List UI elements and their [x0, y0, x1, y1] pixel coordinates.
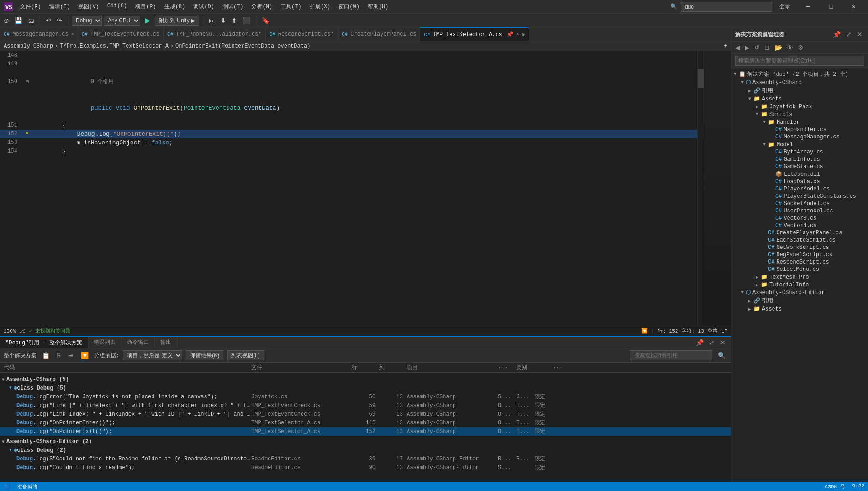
- subgroup-header-debug2[interactable]: ▼ ⊕ class Debug (2): [0, 446, 731, 454]
- panel-tab-command[interactable]: 命令窗口: [122, 337, 155, 348]
- se-back[interactable]: ◀: [733, 42, 742, 53]
- tree-joystick-pack[interactable]: ▶ 📁 Joystick Pack: [731, 103, 868, 111]
- keep-results-btn[interactable]: 保留结果(K): [186, 350, 223, 360]
- panel-float[interactable]: ⤢: [707, 339, 716, 346]
- breadcrumb-namespace[interactable]: TMPro.Examples.TMP_TextSelector_A: [60, 43, 169, 49]
- tree-playerstateconstans[interactable]: C# PlayerStateConstans.cs: [731, 193, 868, 200]
- user-login[interactable]: 登录: [779, 3, 790, 11]
- se-float[interactable]: ⤢: [844, 29, 853, 39]
- menu-edit[interactable]: 编辑(E): [46, 2, 74, 11]
- tab-tmp-textselector[interactable]: C# TMP_TextSelector_A.cs 📌 × ⚙: [420, 27, 529, 41]
- scope-nav-btn[interactable]: ➡: [66, 352, 75, 359]
- panel-tab-errors[interactable]: 错误列表: [88, 337, 122, 348]
- platform-select[interactable]: Any CPU: [104, 16, 140, 26]
- result-row-6[interactable]: Debug.Log("Couldn't find a readme"); Rea…: [0, 463, 731, 472]
- menu-view[interactable]: 视图(V): [74, 2, 103, 11]
- panel-tab-find-refs[interactable]: "Debug"引用 - 整个解决方案: [0, 337, 88, 348]
- scrollbar-thumb[interactable]: [698, 69, 704, 88]
- tree-loaddata[interactable]: C# LoadData.cs: [731, 178, 868, 185]
- tree-selectmenu[interactable]: C# SelectMenu.cs: [731, 266, 868, 273]
- find-search-btn[interactable]: 🔍: [716, 352, 727, 359]
- se-collapse[interactable]: ⊟: [762, 42, 772, 53]
- list-view-btn[interactable]: 列表视图(L): [227, 350, 264, 360]
- tree-rescenescript[interactable]: C# ResceneScript.cs: [731, 259, 868, 266]
- tree-ref1[interactable]: ▶ 🔗 引用: [731, 86, 868, 95]
- title-search-input[interactable]: [681, 2, 772, 12]
- subgroup-header-debug5[interactable]: ▼ ⊕ class Debug (5): [0, 384, 731, 392]
- tree-assembly-csharp[interactable]: ▼ ⬡ Assembly-CSharp: [731, 79, 868, 86]
- debug-config-select[interactable]: Debug: [72, 16, 102, 26]
- tree-socketmodel[interactable]: C# SocketModel.cs: [731, 200, 868, 207]
- menu-extensions[interactable]: 扩展(X): [306, 2, 334, 11]
- toolbar-saveall[interactable]: 🗂: [26, 15, 36, 26]
- se-close[interactable]: ✕: [855, 29, 864, 39]
- attach-unity-button[interactable]: 附加到 Unity ▶: [155, 16, 199, 26]
- menu-window[interactable]: 窗口(W): [335, 2, 363, 11]
- find-results[interactable]: ▼ Assembly-CSharp (5) ▼ ⊕ class Debug (5…: [0, 373, 731, 482]
- tree-eachstatescript[interactable]: C# EachStateScript.cs: [731, 237, 868, 244]
- se-refresh[interactable]: ↺: [752, 42, 762, 53]
- code-editor[interactable]: 148 149 150: [0, 51, 697, 326]
- tab-close[interactable]: ×: [71, 32, 74, 37]
- se-forward[interactable]: ▶: [743, 42, 752, 53]
- se-show-file[interactable]: 📂: [773, 42, 784, 53]
- maximize-button[interactable]: □: [820, 0, 842, 14]
- tree-createplayerpanel[interactable]: C# CreatePlayerPanel.cs: [731, 229, 868, 237]
- tab-settings-icon[interactable]: ⚙: [522, 31, 525, 38]
- menu-test[interactable]: 测试(T): [219, 2, 247, 11]
- tree-assets[interactable]: ▼ 📁 Assets: [731, 95, 868, 103]
- tree-textmesh[interactable]: ▶ 📁 TextMesh Pro: [731, 273, 868, 281]
- toolbar-step-into[interactable]: ⬇: [219, 15, 228, 26]
- filter-btn[interactable]: 🔽: [641, 328, 648, 334]
- close-button[interactable]: ✕: [843, 0, 864, 14]
- tab-tmp-textevent[interactable]: C# TMP_TextEventCheck.cs: [78, 27, 164, 41]
- tree-userprotocol[interactable]: C# UserProtocol.cs: [731, 207, 868, 215]
- menu-debug[interactable]: 调试(D): [190, 2, 218, 11]
- toolbar-redo[interactable]: ↷: [55, 15, 64, 26]
- breadcrumb-method[interactable]: OnPointerExit(PointerEventData eventData…: [175, 43, 310, 49]
- result-row-2[interactable]: Debug.Log("Link Index: " + linkIndex + "…: [0, 410, 731, 418]
- group-header-assembly-editor[interactable]: ▼ Assembly-CSharp-Editor (2): [0, 438, 731, 446]
- tab-close-active[interactable]: ×: [516, 32, 519, 37]
- tree-playermodel[interactable]: C# PlayerModel.cs: [731, 185, 868, 193]
- tree-litjson[interactable]: 📦 LitJson.dll: [731, 170, 868, 178]
- toolbar-breakpoints[interactable]: ⬛: [241, 15, 252, 26]
- menu-project[interactable]: 项目(P): [132, 2, 160, 11]
- menu-file[interactable]: 文件(F): [16, 2, 45, 11]
- menu-git[interactable]: Git(G): [104, 2, 131, 11]
- tab-createplayer[interactable]: C# CreatePlayerPanel.cs: [338, 27, 420, 41]
- panel-close[interactable]: ✕: [718, 339, 727, 346]
- se-settings[interactable]: ⚙: [796, 42, 805, 53]
- menu-help[interactable]: 帮助(H): [364, 2, 392, 11]
- tree-scripts[interactable]: ▼ 📁 Scripts: [731, 111, 868, 118]
- scope-icon-btn[interactable]: 📋: [40, 352, 52, 359]
- toolbar-undo[interactable]: ↶: [44, 15, 53, 26]
- result-row-4[interactable]: Debug.Log("OnPointerExit()"); TMP_TextSe…: [0, 427, 731, 436]
- group-by-select[interactable]: 项目，然后是 定义: [123, 350, 182, 360]
- minimize-button[interactable]: ─: [798, 0, 819, 14]
- tree-gameinfo[interactable]: C# GameInfo.cs: [731, 156, 868, 163]
- run-button[interactable]: ▶: [142, 15, 153, 26]
- se-search-input[interactable]: [735, 56, 864, 66]
- result-row-0[interactable]: DebugDebug.LogError("The Joystick is not…: [0, 392, 731, 401]
- tree-vector3[interactable]: C# Vector3.cs: [731, 215, 868, 222]
- tree-handler[interactable]: ▼ 📁 Handler: [731, 118, 868, 126]
- breadcrumb-add[interactable]: +: [724, 43, 727, 49]
- tab-tmp-phonenum[interactable]: C# TMP_PhoneNu...alidator.cs*: [164, 27, 265, 41]
- tree-messagemanager[interactable]: C# MessageManager.cs: [731, 133, 868, 141]
- menu-tools[interactable]: 工具(T): [277, 2, 305, 11]
- tree-regpanelscript[interactable]: C# RegPanelScript.cs: [731, 251, 868, 259]
- tree-maphandler[interactable]: C# MapHandler.cs: [731, 126, 868, 133]
- toolbar-save[interactable]: 💾: [13, 15, 24, 26]
- find-search-input[interactable]: [630, 350, 712, 360]
- breadcrumb-assembly[interactable]: Assembly-CSharp: [4, 43, 53, 49]
- tree-assets-editor[interactable]: ▶ 📁 Assets: [731, 305, 868, 313]
- scope-copy-btn[interactable]: ⎘: [55, 352, 63, 359]
- toolbar-new[interactable]: ⊕: [2, 15, 11, 26]
- toolbar-step-over[interactable]: ⏭: [207, 15, 217, 26]
- se-tree[interactable]: ▼ 📋 解决方案 'duo' (2 个项目，共 2 个) ▼ ⬡ Assembl…: [731, 68, 868, 482]
- menu-build[interactable]: 生成(B): [161, 2, 189, 11]
- tree-tutorialinfo[interactable]: ▶ 📁 TutorialInfo: [731, 281, 868, 289]
- toolbar-step-out[interactable]: ⬆: [230, 15, 239, 26]
- tree-bytearray[interactable]: C# ByteArray.cs: [731, 148, 868, 156]
